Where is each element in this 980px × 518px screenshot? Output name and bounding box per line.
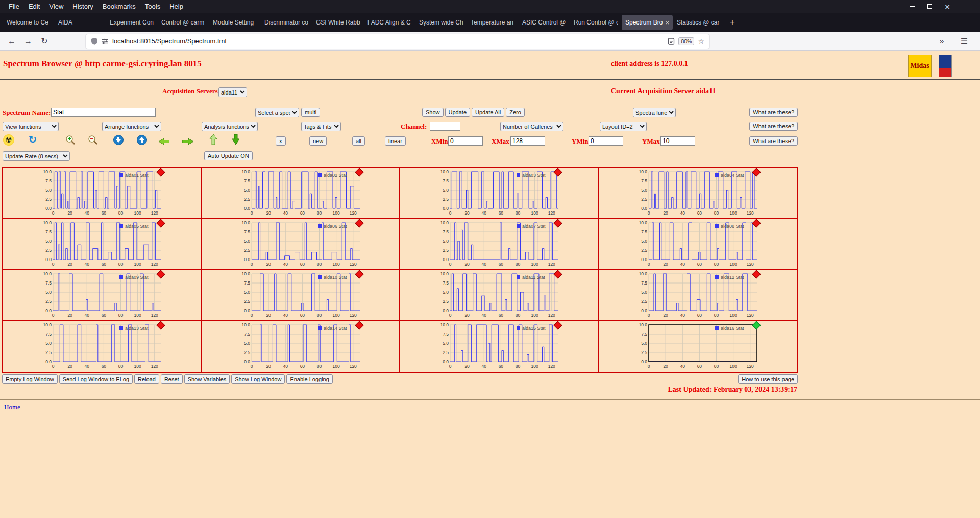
new-button[interactable]: new xyxy=(309,136,327,146)
gallery-cell-aida05[interactable]: 0204060801001200.02.55.07.510.0aida05 St… xyxy=(3,219,202,270)
arrow-down-icon[interactable] xyxy=(230,133,242,146)
tab-close-icon[interactable]: × xyxy=(665,19,669,27)
shield-icon[interactable] xyxy=(91,37,98,45)
tab-10[interactable]: Temperature an xyxy=(467,15,518,30)
tab-3[interactable]: Experiment Con xyxy=(106,15,157,30)
gallery-cell-aida15[interactable]: 0204060801001200.02.55.07.510.0aida15 St… xyxy=(400,321,599,372)
menu-history[interactable]: History xyxy=(68,2,97,11)
how-to-use-button[interactable]: How to use this page xyxy=(738,374,798,384)
tab-5[interactable]: Module Setting xyxy=(209,15,260,30)
menu-help[interactable]: Help xyxy=(165,2,188,11)
home-link[interactable]: Home xyxy=(4,403,20,411)
show-button[interactable]: Show xyxy=(422,108,444,117)
tags-fits-select[interactable]: Tags & Fits xyxy=(301,122,341,131)
update-button[interactable]: Update xyxy=(445,108,470,117)
gallery-cell-aida12[interactable]: 0204060801001200.02.55.07.510.0aida12 St… xyxy=(599,270,797,321)
acquisition-server-select[interactable]: aida11 xyxy=(218,87,247,97)
gallery-cell-aida06[interactable]: 0204060801001200.02.55.07.510.0aida06 St… xyxy=(202,219,400,270)
all-button[interactable]: all xyxy=(352,136,365,146)
layout-id-select[interactable]: Layout ID=2 xyxy=(600,122,647,131)
reader-mode-icon[interactable] xyxy=(668,38,675,45)
reload-button[interactable]: ↻ xyxy=(38,36,51,46)
tab-11[interactable]: ASIC Control @ xyxy=(519,15,570,30)
overflow-menu-icon[interactable]: » xyxy=(935,37,948,46)
menu-edit[interactable]: Edit xyxy=(24,2,44,11)
tab-7[interactable]: GSI White Rabb xyxy=(312,15,363,30)
zero-button[interactable]: Zero xyxy=(506,108,525,117)
what-are-these-button-3[interactable]: What are these? xyxy=(749,136,798,146)
tab-1[interactable]: Welcome to Ce xyxy=(3,15,54,30)
gallery-cell-aida11[interactable]: 0204060801001200.02.55.07.510.0aida11 St… xyxy=(400,270,599,321)
gallery-cell-aida08[interactable]: 0204060801001200.02.55.07.510.0aida08 St… xyxy=(599,219,797,270)
bookmark-star-icon[interactable]: ☆ xyxy=(698,37,704,45)
tab-6[interactable]: Discriminator co xyxy=(261,15,312,30)
gallery-cell-aida01[interactable]: 0204060801001200.02.55.07.510.0aida01 St… xyxy=(3,168,202,219)
arrow-right-icon[interactable] xyxy=(181,135,193,148)
number-of-galleries-select[interactable]: Number of Galleries xyxy=(500,122,564,131)
log-button-4[interactable]: Reset xyxy=(161,374,183,384)
gallery-cell-aida14[interactable]: 0204060801001200.02.55.07.510.0aida14 St… xyxy=(202,321,400,372)
tab-9[interactable]: System wide Ch xyxy=(415,15,467,30)
app-menu-icon[interactable]: ☰ xyxy=(958,36,971,46)
site-permissions-icon[interactable] xyxy=(102,38,109,45)
menu-bookmarks[interactable]: Bookmarks xyxy=(98,2,140,11)
arrow-left-icon[interactable] xyxy=(157,135,169,148)
tab-14[interactable]: Statistics @ car xyxy=(673,15,724,30)
window-maximize-button[interactable] xyxy=(927,4,932,9)
arrange-functions-select[interactable]: Arrange functions xyxy=(102,122,161,131)
gallery-cell-aida03[interactable]: 0204060801001200.02.55.07.510.0aida03 St… xyxy=(400,168,599,219)
tab-12[interactable]: Run Control @ c xyxy=(570,15,621,30)
forward-button[interactable]: → xyxy=(21,37,35,46)
tab-4[interactable]: Control @ carm xyxy=(158,15,209,30)
log-button-7[interactable]: Enable Logging xyxy=(286,374,332,384)
gallery-cell-aida09[interactable]: 0204060801001200.02.55.07.510.0aida09 St… xyxy=(3,270,202,321)
radiation-zero-icon[interactable]: ☢ xyxy=(3,134,14,146)
window-close-button[interactable]: × xyxy=(944,3,950,10)
gallery-cell-aida07[interactable]: 0204060801001200.02.55.07.510.0aida07 St… xyxy=(400,219,599,270)
tab-8[interactable]: FADC Align & C xyxy=(364,15,415,30)
auto-update-button[interactable]: Auto Update ON xyxy=(204,151,253,160)
log-button-1[interactable]: Empty Log Window xyxy=(2,374,58,384)
tab-13[interactable]: Spectrum Bro× xyxy=(622,15,673,30)
xmin-input[interactable] xyxy=(448,136,483,146)
zoom-in-icon[interactable] xyxy=(64,134,77,146)
tab-2[interactable]: AIDA xyxy=(55,15,106,30)
zoom-out-icon[interactable] xyxy=(87,134,99,146)
log-button-5[interactable]: Show Variables xyxy=(184,374,230,384)
gallery-cell-aida13[interactable]: 0204060801001200.02.55.07.510.0aida13 St… xyxy=(3,321,202,372)
gallery-cell-aida16[interactable]: 0204060801001200.02.55.07.510.0aida16 St… xyxy=(599,321,797,372)
select-a-spectrum[interactable]: Select a spectrum xyxy=(255,108,299,117)
back-button[interactable]: ← xyxy=(5,37,18,46)
gallery-cell-aida10[interactable]: 0204060801001200.02.55.07.510.0aida10 St… xyxy=(202,270,400,321)
url-bar[interactable]: localhost:8015/Spectrum/Spectrum.tml 80%… xyxy=(86,34,709,49)
gallery-cell-aida04[interactable]: 0204060801001200.02.55.07.510.0aida04 St… xyxy=(599,168,797,219)
spectrum-name-input[interactable] xyxy=(51,108,156,117)
ymax-input[interactable] xyxy=(660,136,695,146)
window-minimize-button[interactable] xyxy=(910,6,915,7)
update-rate-select[interactable]: Update Rate (8 secs) xyxy=(3,151,70,161)
zoom-level-badge[interactable]: 80% xyxy=(678,37,694,45)
multi-button[interactable]: multi xyxy=(301,108,320,117)
move-up-gallery-icon[interactable] xyxy=(136,134,148,146)
ymin-input[interactable] xyxy=(589,136,623,146)
linear-button[interactable]: linear xyxy=(385,136,406,146)
update-all-button[interactable]: Update All xyxy=(472,108,504,117)
log-button-2[interactable]: Send Log Window to ELog xyxy=(59,374,133,384)
menu-file[interactable]: File xyxy=(4,2,24,11)
log-button-6[interactable]: Show Log Window xyxy=(231,374,285,384)
arrow-up-icon[interactable] xyxy=(207,133,219,146)
menu-tools[interactable]: Tools xyxy=(140,2,165,11)
analysis-functions-select[interactable]: Analysis functions xyxy=(202,122,258,131)
spectra-functions-select[interactable]: Spectra functions xyxy=(633,108,676,117)
xmax-input[interactable] xyxy=(510,136,545,146)
move-down-gallery-icon[interactable] xyxy=(112,134,125,146)
menu-view[interactable]: View xyxy=(44,2,68,11)
x-button[interactable]: x xyxy=(276,136,286,146)
what-are-these-button-1[interactable]: What are these? xyxy=(749,108,798,117)
new-tab-button[interactable]: + xyxy=(725,17,740,28)
view-functions-select[interactable]: View functions xyxy=(3,122,59,131)
gallery-cell-aida02[interactable]: 0204060801001200.02.55.07.510.0aida02 St… xyxy=(202,168,400,219)
channel-input[interactable] xyxy=(430,122,460,131)
refresh-icon[interactable]: ↻ xyxy=(27,133,39,146)
what-are-these-button-2[interactable]: What are these? xyxy=(749,122,798,131)
